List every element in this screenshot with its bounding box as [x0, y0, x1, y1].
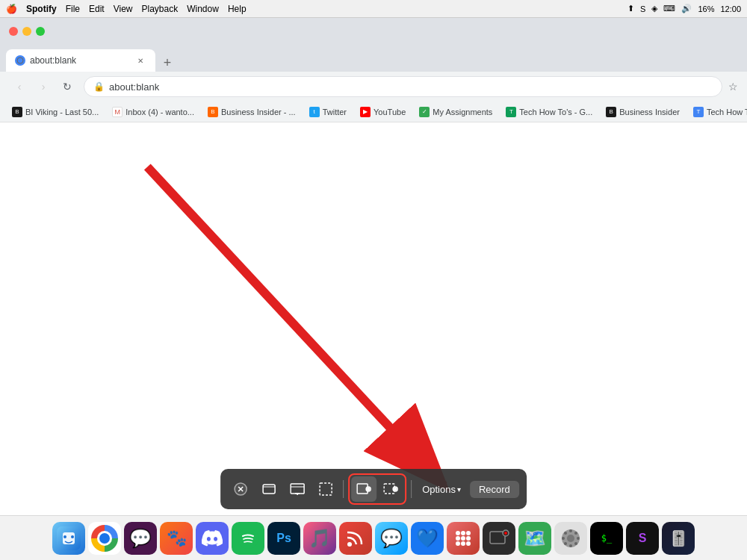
- dock-icon-caprine[interactable]: 💙: [411, 522, 444, 555]
- svg-point-15: [368, 488, 370, 491]
- ss-record-highlighted-group: [348, 473, 406, 505]
- dock-icon-spotify[interactable]: [232, 522, 264, 555]
- options-label: Options: [422, 484, 456, 495]
- title-bar: [0, 18, 747, 45]
- bookmark-tech-howtos[interactable]: T Tech How To's - G...: [500, 105, 598, 119]
- tab-favicon: [15, 55, 25, 66]
- ss-close-button[interactable]: [228, 476, 253, 502]
- bookmarks-bar: B BI Viking - Last 50... M Inbox (4) - w…: [0, 102, 747, 122]
- refresh-button[interactable]: ↻: [57, 76, 78, 97]
- bookmark-label: YouTube: [374, 108, 406, 116]
- address-input[interactable]: 🔒 about:blank: [84, 76, 722, 97]
- edit-menu[interactable]: Edit: [89, 4, 105, 14]
- dock-icon-screenrecord[interactable]: [483, 522, 515, 555]
- bookmark-favicon: T: [693, 107, 704, 117]
- bookmark-bi-viking[interactable]: B BI Viking - Last 50...: [6, 105, 105, 119]
- playback-menu[interactable]: Playback: [142, 4, 179, 14]
- svg-point-42: [562, 537, 565, 540]
- battery-level: 16%: [698, 4, 714, 13]
- lock-icon: 🔒: [93, 81, 105, 92]
- svg-point-47: [564, 542, 567, 545]
- bookmark-star[interactable]: ☆: [728, 81, 738, 93]
- dock-icon-slack[interactable]: 💬: [124, 522, 157, 555]
- menubar-keyboard-icon: ⌨: [663, 4, 675, 13]
- svg-point-29: [461, 536, 465, 541]
- view-menu[interactable]: View: [114, 4, 133, 14]
- svg-point-32: [461, 541, 465, 546]
- dock-icon-maps[interactable]: 🗺️: [518, 522, 551, 555]
- maximize-button[interactable]: [36, 27, 45, 36]
- dock-icon-system-preferences[interactable]: [554, 522, 587, 555]
- bookmark-label: Tech How To's - G...: [519, 108, 592, 116]
- ss-record-screen-button[interactable]: [351, 476, 376, 502]
- address-text: about:blank: [109, 81, 159, 93]
- bookmark-label: Tech How To - Bu...: [707, 108, 747, 116]
- bookmark-label: Business Insider: [619, 108, 680, 116]
- ss-capture-window-button[interactable]: [256, 476, 282, 502]
- svg-point-28: [456, 536, 460, 541]
- bookmark-favicon: ✓: [419, 107, 430, 117]
- tab-close-button[interactable]: ✕: [134, 55, 146, 66]
- bookmark-label: Twitter: [323, 108, 347, 116]
- bookmark-assignments[interactable]: ✓ My Assignments: [413, 105, 498, 119]
- ss-record-portion-button[interactable]: [378, 476, 403, 502]
- dock-icon-chrome[interactable]: [88, 522, 121, 555]
- ss-capture-portion-button[interactable]: [313, 476, 338, 502]
- bookmark-favicon: B: [208, 107, 218, 117]
- svg-line-2: [147, 167, 444, 486]
- bookmark-twitter[interactable]: t Twitter: [303, 105, 353, 119]
- bookmark-tech-howto-bu[interactable]: T Tech How To - Bu...: [687, 105, 747, 119]
- dock-icon-messages[interactable]: 💬: [375, 522, 408, 555]
- svg-point-37: [504, 532, 507, 535]
- dock-icon-setapp[interactable]: S: [626, 522, 659, 555]
- svg-point-30: [466, 536, 471, 541]
- svg-point-39: [567, 535, 574, 542]
- menubar-time: 12:00: [720, 4, 741, 13]
- nav-buttons: ‹ › ↻: [9, 76, 78, 97]
- ss-options-button[interactable]: Options ▾: [416, 481, 467, 498]
- toolbar-divider: [343, 480, 344, 498]
- back-button[interactable]: ‹: [9, 76, 30, 97]
- help-menu[interactable]: Help: [228, 4, 247, 14]
- ss-capture-screen-button[interactable]: [285, 476, 310, 502]
- bookmark-favicon: ▶: [360, 107, 371, 117]
- bookmark-youtube[interactable]: ▶ YouTube: [354, 105, 412, 119]
- new-tab-button[interactable]: +: [158, 54, 176, 72]
- svg-rect-6: [263, 485, 275, 494]
- bookmark-label: My Assignments: [433, 108, 492, 116]
- annotation-arrow: [0, 122, 747, 515]
- app-name[interactable]: Spotify: [26, 4, 57, 14]
- window-menu[interactable]: Window: [187, 4, 219, 14]
- dock-icon-discord[interactable]: [196, 522, 229, 555]
- bookmark-business-insider-2[interactable]: B Business Insider: [600, 105, 686, 119]
- dock-icon-launchpad[interactable]: [447, 522, 480, 555]
- tab-bar: about:blank ✕ +: [0, 45, 747, 72]
- chevron-down-icon: ▾: [457, 485, 461, 494]
- svg-point-0: [17, 57, 23, 63]
- apple-menu[interactable]: 🍎: [6, 4, 17, 14]
- minimize-button[interactable]: [22, 27, 31, 36]
- ss-record-button[interactable]: Record: [470, 481, 519, 498]
- dock-icon-nuage[interactable]: 🎚️: [662, 522, 695, 555]
- svg-point-33: [466, 541, 471, 546]
- forward-button[interactable]: ›: [33, 76, 54, 97]
- dock-icon-paw[interactable]: 🐾: [160, 522, 193, 555]
- menubar-upload-icon: ⬆: [627, 4, 634, 13]
- bookmark-business-insider[interactable]: B Business Insider - ...: [202, 105, 302, 119]
- svg-point-21: [63, 535, 66, 538]
- dock-icon-finder[interactable]: [52, 522, 85, 555]
- dock-icon-terminal[interactable]: $_: [590, 522, 623, 555]
- traffic-lights: [9, 27, 45, 36]
- close-button[interactable]: [9, 27, 18, 36]
- dock-icon-itunes[interactable]: 🎵: [303, 522, 336, 555]
- bookmark-label: Business Insider - ...: [221, 108, 296, 116]
- menubar-wifi-icon: ◈: [651, 4, 657, 13]
- dock-icon-reeder[interactable]: [339, 522, 372, 555]
- browser-tab[interactable]: about:blank ✕: [6, 49, 155, 72]
- svg-point-44: [564, 532, 567, 535]
- svg-point-27: [466, 531, 471, 535]
- bookmark-gmail[interactable]: M Inbox (4) - wanto...: [106, 105, 200, 119]
- tab-title: about:blank: [30, 55, 130, 66]
- dock-icon-photoshop[interactable]: Ps: [267, 522, 300, 555]
- file-menu[interactable]: File: [66, 4, 80, 14]
